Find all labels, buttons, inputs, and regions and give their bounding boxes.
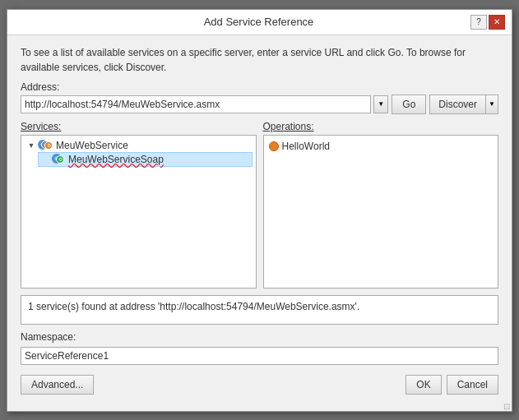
status-text: 1 service(s) found at address 'http://lo… — [28, 301, 359, 312]
add-service-reference-dialog: Add Service Reference ? ✕ To see a list … — [7, 9, 512, 412]
child-expander — [40, 155, 50, 164]
close-button[interactable]: ✕ — [489, 15, 505, 30]
advanced-button[interactable]: Advanced... — [21, 375, 94, 395]
operation-item: HelloWorld — [267, 139, 495, 154]
cancel-button[interactable]: Cancel — [447, 375, 498, 395]
discover-button-group: Discover ▼ — [429, 95, 498, 114]
dialog-body: To see a list of available services on a… — [7, 35, 512, 404]
discover-button[interactable]: Discover — [429, 95, 485, 114]
discover-dropdown-arrow[interactable]: ▼ — [485, 95, 498, 114]
service-root-icon: ⊕ ● ⚙ — [38, 140, 54, 151]
go-button[interactable]: Go — [392, 95, 426, 114]
status-bar: 1 service(s) found at address 'http://lo… — [21, 295, 498, 325]
panels-row: Services: ▼ ⊕ ● ⚙ MeuWeb — [21, 121, 498, 288]
gear-icon: ⚙ — [44, 141, 53, 150]
address-input[interactable] — [21, 95, 371, 113]
namespace-input[interactable] — [21, 347, 498, 365]
title-bar-controls: ? ✕ — [470, 15, 505, 30]
child-service-icon: ⊕ ⚙ — [52, 154, 67, 165]
help-button[interactable]: ? — [470, 15, 487, 30]
child-service-name: MeuWebServiceSoap — [68, 154, 164, 165]
address-row: ▼ Go Discover ▼ — [21, 95, 498, 114]
resize-handle[interactable]: ⊡ — [503, 402, 510, 411]
ok-button[interactable]: OK — [405, 375, 441, 395]
address-section: Address: ▼ Go Discover ▼ — [21, 81, 498, 114]
tree-children: ⊕ ⚙ MeuWebServiceSoap — [25, 152, 253, 167]
tree-root-row[interactable]: ▼ ⊕ ● ⚙ MeuWebService — [25, 139, 253, 152]
title-bar: Add Service Reference ? ✕ — [7, 10, 512, 35]
address-label: Address: — [21, 81, 498, 93]
bottom-buttons: Advanced... OK Cancel — [21, 375, 498, 395]
tree-root-item: ▼ ⊕ ● ⚙ MeuWebService — [25, 139, 253, 167]
operations-panel: Operations: HelloWorld — [263, 121, 499, 288]
operations-list[interactable]: HelloWorld — [263, 135, 499, 288]
services-panel: Services: ▼ ⊕ ● ⚙ MeuWeb — [21, 121, 257, 288]
root-service-name: MeuWebService — [56, 140, 128, 151]
description-text: To see a list of available services on a… — [21, 45, 498, 75]
operations-label: Operations: — [263, 121, 499, 132]
address-dropdown-arrow[interactable]: ▼ — [373, 95, 388, 113]
tree-expander[interactable]: ▼ — [26, 141, 36, 150]
child-gear-icon: ⚙ — [56, 155, 64, 164]
tree-child-row[interactable]: ⊕ ⚙ MeuWebServiceSoap — [38, 152, 253, 167]
operation-name: HelloWorld — [282, 141, 330, 152]
namespace-section: Namespace: — [21, 331, 498, 365]
bottom-right-buttons: OK Cancel — [405, 375, 498, 395]
dialog-title: Add Service Reference — [47, 16, 470, 28]
namespace-label: Namespace: — [21, 331, 498, 343]
operation-icon — [269, 141, 279, 151]
services-tree[interactable]: ▼ ⊕ ● ⚙ MeuWebService — [21, 135, 257, 288]
services-label: Services: — [21, 121, 257, 132]
